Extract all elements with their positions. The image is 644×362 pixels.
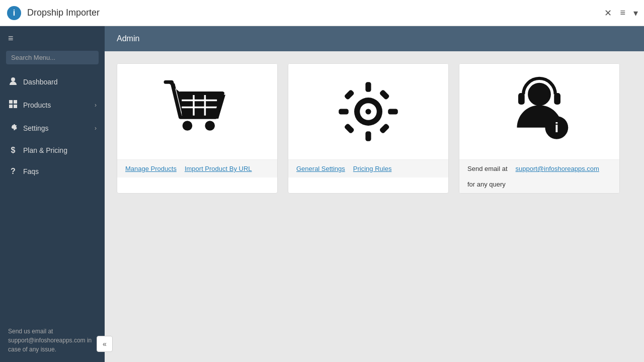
svg-rect-23 <box>379 123 390 134</box>
dropdown-icon[interactable]: ▾ <box>633 8 638 19</box>
general-settings-link[interactable]: General Settings <box>296 165 345 172</box>
sidebar: ≡ Dashboard Products › Settings › <box>0 26 105 362</box>
svg-rect-25 <box>518 93 525 105</box>
sidebar-item-products[interactable]: Products › <box>0 94 105 117</box>
svg-point-12 <box>183 121 193 131</box>
import-product-link[interactable]: Import Product By URL <box>185 165 252 172</box>
svg-rect-26 <box>554 93 560 105</box>
svg-rect-4 <box>14 100 17 104</box>
svg-rect-7 <box>182 92 217 116</box>
svg-rect-5 <box>9 105 13 108</box>
sidebar-item-faqs[interactable]: ? Faqs <box>0 161 105 182</box>
sidebar-collapse-button[interactable]: « <box>97 336 113 352</box>
sidebar-footer: Send us email at support@infoshoreapps.c… <box>0 319 105 362</box>
sidebar-hamburger[interactable]: ≡ <box>0 26 105 51</box>
svg-point-24 <box>528 83 551 106</box>
top-bar-right: ✕ ≡ ▾ <box>604 8 638 19</box>
svg-rect-21 <box>379 89 390 101</box>
settings-icon <box>8 123 18 134</box>
app-logo: i <box>6 5 22 21</box>
support-card-image: i <box>459 64 619 159</box>
settings-card-footer: General Settings Pricing Rules <box>288 159 448 177</box>
sidebar-item-settings-label: Settings <box>23 124 90 132</box>
svg-rect-17 <box>365 131 371 141</box>
sidebar-item-faqs-label: Faqs <box>23 167 97 175</box>
main-layout: ≡ Dashboard Products › Settings › <box>0 26 644 362</box>
svg-text:i: i <box>554 120 558 135</box>
sidebar-item-plan-label: Plan & Pricing <box>23 146 97 154</box>
svg-rect-19 <box>388 109 398 114</box>
top-bar: i Dropship Importer ✕ ≡ ▾ <box>0 0 644 26</box>
svg-rect-20 <box>344 89 355 101</box>
support-email-link[interactable]: support@infoshoreapps.com <box>516 165 599 172</box>
close-icon[interactable]: ✕ <box>604 8 612 19</box>
search-input[interactable] <box>6 51 99 64</box>
settings-chevron: › <box>95 125 97 132</box>
svg-rect-16 <box>365 82 371 92</box>
content-header: Admin <box>105 26 644 51</box>
sidebar-item-dashboard-label: Dashboard <box>23 78 97 86</box>
faqs-icon: ? <box>8 167 18 176</box>
svg-rect-6 <box>14 105 17 108</box>
sidebar-item-settings[interactable]: Settings › <box>0 117 105 140</box>
svg-rect-18 <box>339 109 349 114</box>
content-area: Admin <box>105 26 644 362</box>
svg-text:i: i <box>13 9 15 17</box>
dashboard-icon <box>8 76 18 87</box>
pricing-rules-link[interactable]: Pricing Rules <box>353 165 392 172</box>
products-card: Manage Products Import Product By URL <box>117 63 278 194</box>
sidebar-item-plan-pricing[interactable]: $ Plan & Pricing <box>0 140 105 161</box>
products-card-image <box>117 64 277 159</box>
svg-rect-22 <box>344 123 355 134</box>
app-title: Dropship Importer <box>27 8 100 18</box>
svg-rect-3 <box>9 100 13 104</box>
support-text: Send email at <box>467 165 508 172</box>
support-suffix: for any query <box>467 180 506 188</box>
support-card-footer: Send email at support@infoshoreapps.com … <box>459 159 619 193</box>
sidebar-item-dashboard[interactable]: Dashboard <box>0 70 105 94</box>
manage-products-link[interactable]: Manage Products <box>125 165 177 172</box>
settings-card-image <box>288 64 448 159</box>
menu-icon[interactable]: ≡ <box>620 8 625 18</box>
plan-icon: $ <box>8 146 18 155</box>
svg-point-13 <box>205 121 215 131</box>
settings-card: General Settings Pricing Rules <box>288 63 449 194</box>
sidebar-item-products-label: Products <box>23 101 90 109</box>
support-card: i Send email at support@infoshoreapps.co… <box>459 63 620 194</box>
products-card-footer: Manage Products Import Product By URL <box>117 159 277 177</box>
svg-point-2 <box>11 77 15 81</box>
top-bar-left: i Dropship Importer <box>6 5 100 21</box>
products-chevron: › <box>95 102 97 109</box>
svg-point-15 <box>365 109 371 114</box>
products-icon <box>8 100 18 111</box>
content-body: Manage Products Import Product By URL <box>105 51 644 206</box>
